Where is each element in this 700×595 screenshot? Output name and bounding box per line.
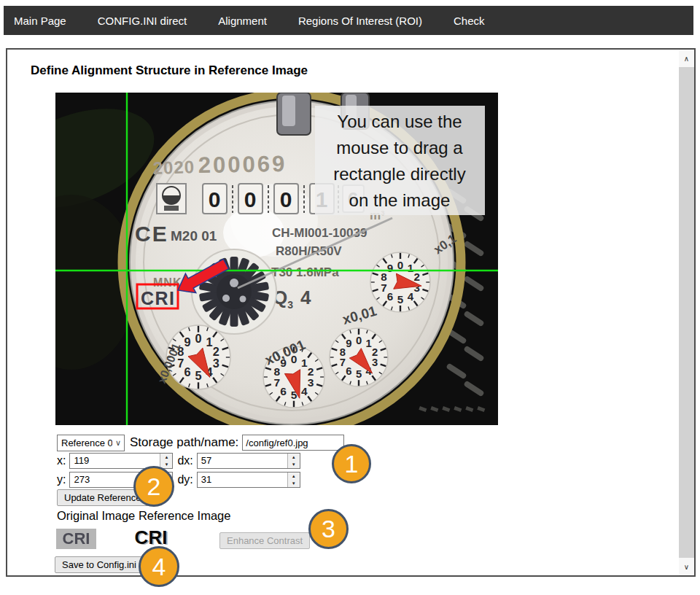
save-to-config-button[interactable]: Save to Config.ini: [55, 556, 144, 573]
drag-hint-overlay: You can use the mouse to drag a rectangl…: [315, 106, 485, 215]
svg-text:5: 5: [195, 369, 201, 382]
scroll-up-icon[interactable]: ∧: [679, 50, 694, 67]
scrollbar-thumb[interactable]: [679, 67, 694, 558]
svg-text:6: 6: [387, 290, 393, 303]
svg-text:9: 9: [387, 262, 393, 274]
storage-path-input[interactable]: [242, 435, 344, 451]
dy-field: ▲▼: [197, 472, 300, 488]
step-annotation-4: 4: [139, 546, 179, 587]
marker-text: CRI: [141, 288, 176, 308]
svg-text:1: 1: [366, 338, 372, 349]
reference-image-thumbnail: CRI: [130, 526, 172, 549]
svg-text:4: 4: [408, 290, 414, 303]
scroll-down-icon[interactable]: ∨: [679, 558, 694, 575]
svg-text:6: 6: [280, 385, 287, 397]
nav-item-main-page[interactable]: Main Page: [14, 15, 66, 27]
reference-image-label: Reference Image: [139, 509, 231, 522]
odometer-digit: 0: [244, 187, 257, 211]
step-annotation-2: 2: [133, 466, 174, 507]
svg-text:0: 0: [195, 332, 201, 345]
spinner-up-icon[interactable]: ▲: [160, 454, 172, 461]
svg-text:5: 5: [356, 368, 362, 380]
dx-input[interactable]: [198, 454, 287, 468]
svg-text:3: 3: [213, 357, 219, 370]
x-input[interactable]: [70, 454, 160, 468]
serial-year-text: 2020: [152, 157, 195, 178]
alignment-panel: Define Alignment Structure in Reference …: [6, 48, 696, 577]
spinner-down-icon[interactable]: ▼: [288, 480, 300, 487]
svg-text:7: 7: [274, 376, 281, 389]
original-image-label: Original Image: [57, 509, 135, 522]
metal-clip-left: [277, 93, 311, 135]
svg-text:1: 1: [408, 262, 413, 274]
step-annotation-3: 3: [308, 509, 349, 549]
original-image-thumbnail: CRI: [56, 529, 96, 549]
svg-text:0: 0: [397, 259, 403, 271]
svg-text:8: 8: [381, 271, 386, 283]
top-navigation: Main Page CONFIG.INI direct Alignment Re…: [4, 6, 693, 35]
svg-text:1: 1: [206, 335, 212, 349]
svg-text:9: 9: [346, 338, 351, 349]
dial-x001: 0123456789: [330, 328, 388, 386]
spinner-down-icon[interactable]: ▼: [160, 461, 172, 468]
reference-image[interactable]: 2020 200069 0 0 0 1 6 m³: [55, 93, 498, 425]
svg-text:5: 5: [397, 293, 403, 306]
nav-item-check[interactable]: Check: [454, 15, 485, 27]
odometer-digit: 0: [209, 187, 221, 211]
dy-input[interactable]: [198, 472, 287, 487]
svg-text:1: 1: [301, 357, 308, 369]
svg-text:7: 7: [340, 357, 346, 368]
y-label: y:: [57, 473, 66, 486]
nav-item-roi[interactable]: Regions Of Interest (ROI): [298, 15, 422, 27]
spinner-down-icon[interactable]: ▼: [288, 461, 300, 468]
type-approval-text: M20 01: [171, 228, 217, 244]
svg-text:mouse to drag a: mouse to drag a: [336, 138, 463, 158]
svg-text:3: 3: [372, 357, 378, 368]
nav-item-alignment[interactable]: Alignment: [218, 15, 267, 27]
thumbnail-labels: Original Image Reference Image: [57, 509, 230, 523]
spinner-up-icon[interactable]: ▲: [288, 472, 300, 480]
serial-number-text: 200069: [198, 151, 287, 178]
odometer-digit: 0: [280, 187, 292, 211]
svg-text:6: 6: [346, 365, 351, 377]
svg-text:on the image: on the image: [349, 190, 451, 210]
svg-text:4: 4: [301, 385, 308, 397]
enhance-contrast-button[interactable]: Enhance Contrast: [219, 532, 310, 549]
dx-label: dx:: [177, 454, 192, 467]
ce-mark: CE: [135, 222, 168, 246]
reference-select[interactable]: Reference 0: [57, 435, 125, 451]
dx-field: ▲▼: [197, 453, 300, 469]
svg-text:9: 9: [184, 335, 190, 349]
svg-text:3: 3: [308, 376, 314, 389]
svg-text:8: 8: [340, 346, 346, 358]
svg-text:8: 8: [274, 365, 281, 378]
step-annotation-1: 1: [332, 444, 371, 483]
dial-x01: 0123456789: [370, 252, 430, 312]
page-title: Define Alignment Structure in Reference …: [31, 63, 308, 78]
dy-label: dy:: [177, 473, 192, 486]
spinner-up-icon[interactable]: ▲: [288, 454, 300, 461]
svg-text:0: 0: [356, 335, 362, 346]
svg-text:You can use the: You can use the: [337, 112, 462, 131]
cert-number-text: CH-MI001-10039: [272, 226, 367, 240]
svg-text:7: 7: [177, 357, 184, 370]
svg-text:rectangle directly: rectangle directly: [333, 164, 465, 184]
nav-item-config-ini[interactable]: CONFIG.INI direct: [98, 15, 187, 27]
svg-text:6: 6: [184, 365, 190, 378]
x-label: x:: [57, 454, 66, 467]
gear-wheel: [192, 249, 276, 334]
storage-path-label: Storage path/name:: [130, 435, 238, 450]
svg-text:7: 7: [381, 281, 386, 294]
vertical-scrollbar[interactable]: ∧ ∨: [679, 50, 694, 575]
